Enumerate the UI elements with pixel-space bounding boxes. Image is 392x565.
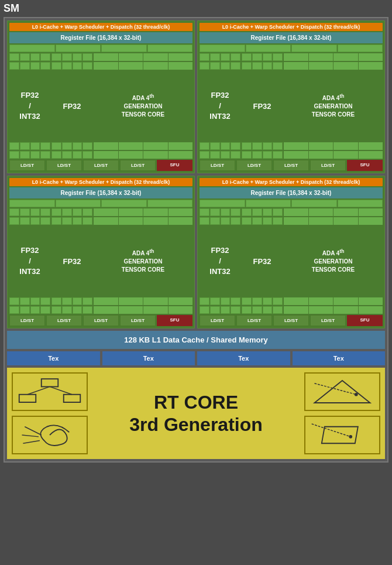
outer-container: L0 i-Cache + Warp Scheduler + Dispatch (… — [4, 17, 388, 463]
ldst-1-q3: LD/ST — [9, 315, 45, 326]
tex-4: Tex — [293, 351, 386, 365]
svg-point-10 — [355, 393, 358, 396]
ldst-1-q1: LD/ST — [9, 160, 45, 171]
svg-rect-11 — [322, 427, 358, 444]
svg-line-9 — [315, 383, 356, 395]
register-file-q2: Register File (16,384 x 32-bit) — [200, 32, 383, 43]
rt-icon-box-tl — [12, 372, 88, 411]
tex-1: Tex — [7, 351, 100, 365]
ldst-1-q4: LD/ST — [200, 315, 235, 326]
svg-rect-2 — [64, 395, 81, 402]
ada-label-q4: ADA 4thGENERATIONTENSOR CORE — [312, 248, 355, 274]
register-file-q3: Register File (16,384 x 32-bit) — [9, 187, 192, 198]
rt-icon-right — [304, 372, 380, 454]
svg-line-4 — [50, 386, 72, 394]
svg-line-5 — [25, 427, 42, 435]
ldst-4-q2: LD/ST — [310, 160, 346, 171]
sfu-q4: SFU — [347, 315, 383, 326]
tex-3: Tex — [197, 351, 290, 365]
spiral-icon — [16, 420, 83, 450]
sfu-q2: SFU — [347, 160, 383, 171]
l0-header-q3: L0 i-Cache + Warp Scheduler + Dispatch (… — [9, 178, 192, 186]
ada-label-q2: ADA 4thGENERATIONTENSOR CORE — [312, 93, 355, 119]
svg-line-3 — [27, 386, 50, 394]
rt-icon-box-br — [304, 416, 380, 454]
fp32-int32-label-q1: FP32/INT32 — [19, 90, 40, 122]
register-file-q4: Register File (16,384 x 32-bit) — [200, 187, 383, 198]
ldst-2-q3: LD/ST — [46, 315, 82, 326]
quadrant-bottom-right: L0 i-Cache + Warp Scheduler + Dispatch (… — [197, 176, 385, 328]
rt-icon-box-tr — [304, 372, 380, 411]
rt-core-label: RT CORE 3rd Generation — [88, 391, 304, 436]
svg-marker-8 — [315, 381, 370, 403]
fp32-int32-label-q4: FP32/INT32 — [209, 245, 230, 278]
ldst-3-q1: LD/ST — [83, 160, 119, 171]
rt-icon-box-bl — [12, 416, 88, 454]
ada-label-q3: ADA 4thGENERATIONTENSOR CORE — [122, 248, 164, 274]
svg-point-13 — [349, 435, 352, 439]
svg-line-7 — [23, 441, 40, 444]
ldst-3-q2: LD/ST — [273, 160, 309, 171]
sm-label: SM — [0, 0, 392, 17]
fp32-label-q1: FP32 — [63, 102, 81, 111]
sfu-q3: SFU — [157, 315, 192, 326]
svg-rect-0 — [42, 379, 59, 386]
ldst-4-q1: LD/ST — [120, 160, 156, 171]
l0-header-q1: L0 i-Cache + Warp Scheduler + Dispatch (… — [9, 23, 192, 31]
ldst-1-q2: LD/ST — [200, 160, 235, 171]
ldst-2-q4: LD/ST — [236, 315, 272, 326]
fp32-label-q2: FP32 — [253, 102, 271, 111]
box-ray-icon — [309, 420, 376, 450]
tex-2: Tex — [102, 351, 195, 365]
sfu-q1: SFU — [157, 160, 192, 171]
quadrant-top-left: L0 i-Cache + Warp Scheduler + Dispatch (… — [7, 20, 195, 173]
ldst-3-q3: LD/ST — [83, 315, 119, 326]
ldst-4-q4: LD/ST — [310, 315, 346, 326]
fp32-int32-label-q2: FP32/INT32 — [209, 90, 230, 122]
l0-header-q2: L0 i-Cache + Warp Scheduler + Dispatch (… — [200, 23, 383, 31]
ada-label-q1: ADA 4thGENERATIONTENSOR CORE — [122, 93, 164, 119]
l1-cache-bar: 128 KB L1 Data Cache / Shared Memory — [7, 331, 385, 349]
svg-rect-1 — [19, 395, 36, 402]
ldst-4-q3: LD/ST — [120, 315, 156, 326]
triangle-ray-icon — [309, 377, 376, 406]
quadrant-top-right: L0 i-Cache + Warp Scheduler + Dispatch (… — [197, 20, 385, 173]
ldst-2-q1: LD/ST — [46, 160, 82, 171]
ldst-2-q2: LD/ST — [236, 160, 272, 171]
quadrants-grid: L0 i-Cache + Warp Scheduler + Dispatch (… — [7, 20, 385, 328]
svg-line-12 — [312, 424, 351, 437]
register-file-q1: Register File (16,384 x 32-bit) — [9, 32, 192, 43]
svg-line-6 — [22, 435, 39, 437]
l0-header-q4: L0 i-Cache + Warp Scheduler + Dispatch (… — [200, 178, 383, 186]
fp32-int32-label-q3: FP32/INT32 — [19, 245, 40, 278]
fp32-label-q3: FP32 — [63, 257, 81, 266]
fp32-label-q4: FP32 — [253, 257, 271, 266]
bvh-tree-icon — [16, 377, 83, 406]
rt-core-section: RT CORE 3rd Generation — [7, 368, 385, 459]
quadrant-bottom-left: L0 i-Cache + Warp Scheduler + Dispatch (… — [7, 176, 195, 328]
tex-row: Tex Tex Tex Tex — [7, 351, 385, 365]
rt-icon-left — [12, 372, 88, 454]
ldst-3-q4: LD/ST — [273, 315, 309, 326]
